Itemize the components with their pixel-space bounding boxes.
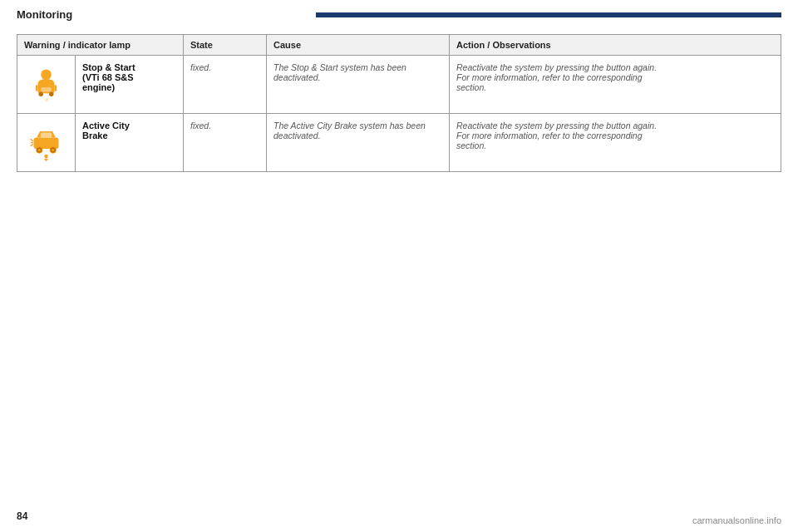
active-city-brake-action: Reactivate the system by pressing the bu… xyxy=(450,114,781,172)
svg-point-14 xyxy=(44,155,48,159)
svg-line-11 xyxy=(31,139,33,141)
stop-start-svg: ↺ xyxy=(27,66,65,103)
active-city-brake-name: Active CityBrake xyxy=(76,114,184,172)
page-header: Monitoring xyxy=(0,0,798,26)
active-city-brake-state: fixed. xyxy=(184,114,267,172)
svg-point-8 xyxy=(38,149,41,151)
stop-start-name: Stop & Start(VTi 68 S&Sengine) xyxy=(76,56,184,114)
watermark: carmanualsonline.info xyxy=(692,515,781,525)
stop-start-icon-cell: ↺ xyxy=(17,56,76,114)
table-row: ↺ Stop & Start(VTi 68 S&Sengine) fixed. … xyxy=(17,56,781,114)
stop-start-action: Reactivate the system by pressing the bu… xyxy=(450,56,781,114)
col-cause: Cause xyxy=(267,35,450,56)
svg-rect-6 xyxy=(41,133,52,138)
stop-start-cause: The Stop & Start system has been deactiv… xyxy=(267,56,450,114)
active-city-brake-cause: The Active City Brake system has been de… xyxy=(267,114,450,172)
active-city-brake-svg xyxy=(27,124,65,161)
active-city-brake-icon xyxy=(24,121,68,165)
warning-table: Warning / indicator lamp State Cause Act… xyxy=(17,34,781,172)
svg-point-0 xyxy=(41,70,52,81)
stop-start-icon: ↺ xyxy=(24,62,68,106)
col-action: Action / Observations xyxy=(450,35,781,56)
active-city-brake-icon-cell xyxy=(17,114,76,172)
svg-point-2 xyxy=(39,92,43,96)
svg-point-3 xyxy=(49,92,53,96)
svg-line-13 xyxy=(31,144,33,146)
page-number: 84 xyxy=(17,510,27,522)
svg-rect-5 xyxy=(34,138,59,150)
stop-start-state: fixed. xyxy=(184,56,267,114)
svg-rect-1 xyxy=(41,87,52,91)
col-state: State xyxy=(184,35,267,56)
page-title: Monitoring xyxy=(17,8,72,21)
col-warning: Warning / indicator lamp xyxy=(17,35,184,56)
table-row: Active CityBrake fixed. The Active City … xyxy=(17,114,781,172)
svg-point-10 xyxy=(52,149,54,151)
table-header-row: Warning / indicator lamp State Cause Act… xyxy=(17,35,781,56)
header-bar xyxy=(316,12,781,17)
content-area: Warning / indicator lamp State Cause Act… xyxy=(0,26,798,180)
svg-text:↺: ↺ xyxy=(45,97,48,102)
